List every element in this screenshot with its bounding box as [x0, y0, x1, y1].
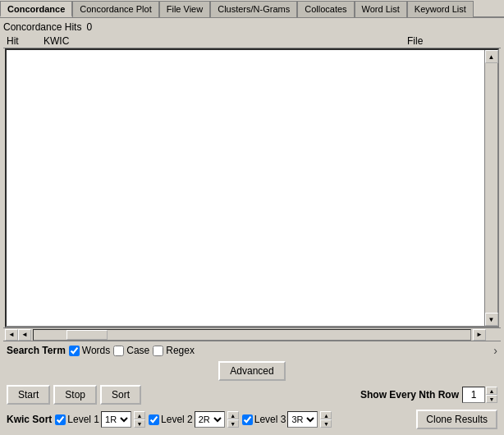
- scroll-prev-button[interactable]: ◄: [18, 329, 31, 341]
- start-button[interactable]: Start: [7, 385, 50, 405]
- search-end-icon: ›: [493, 344, 497, 357]
- level3-select[interactable]: 3R: [287, 411, 318, 428]
- scroll-down-button[interactable]: ▼: [485, 313, 498, 326]
- words-label: Words: [82, 345, 110, 356]
- results-container: ▲ ▼: [5, 48, 499, 327]
- tab-concordance-plot[interactable]: Concordance Plot: [72, 1, 158, 17]
- level3-spin-down[interactable]: ▼: [320, 419, 332, 428]
- level1-spinner: ▲ ▼: [134, 411, 145, 428]
- h-scroll-thumb[interactable]: [66, 330, 108, 340]
- concordance-hits-label: Concordance Hits: [3, 21, 81, 33]
- level1-spin-up[interactable]: ▲: [134, 411, 145, 419]
- h-scroll-track[interactable]: [33, 329, 471, 341]
- level3-checkbox[interactable]: [242, 414, 253, 425]
- scroll-up-button[interactable]: ▲: [485, 50, 498, 63]
- case-label: Case: [126, 345, 149, 356]
- regex-checkbox[interactable]: [153, 346, 163, 356]
- tab-file-view[interactable]: File View: [159, 1, 210, 17]
- clone-results-button[interactable]: Clone Results: [416, 410, 497, 429]
- regex-label: Regex: [166, 345, 195, 356]
- sort-level-1: Level 1 1R ▲ ▼: [55, 411, 145, 428]
- level3-spin-up[interactable]: ▲: [320, 411, 332, 419]
- stop-button[interactable]: Stop: [53, 385, 97, 405]
- level2-spin-down[interactable]: ▼: [227, 419, 239, 428]
- tab-keyword-list[interactable]: Keyword List: [407, 1, 474, 17]
- sort-button[interactable]: Sort: [100, 385, 141, 405]
- advanced-button[interactable]: Advanced: [218, 361, 285, 381]
- nth-row-group: Show Every Nth Row 1 ▲ ▼: [360, 387, 497, 403]
- results-content[interactable]: [7, 50, 484, 326]
- tab-word-list[interactable]: Word List: [355, 1, 407, 17]
- tab-collocates[interactable]: Collocates: [297, 1, 354, 17]
- col-header-hit: Hit: [7, 35, 44, 47]
- tab-clusters-ngrams[interactable]: Clusters/N-Grams: [210, 1, 297, 17]
- scroll-spacer: [486, 329, 499, 341]
- level2-spin-up[interactable]: ▲: [227, 411, 239, 419]
- level2-select[interactable]: 2R: [195, 411, 225, 428]
- results-inner: [7, 50, 484, 326]
- case-checkbox-group: Case: [113, 345, 149, 356]
- case-checkbox[interactable]: [113, 346, 124, 356]
- action-buttons: Start Stop Sort: [7, 385, 141, 405]
- regex-checkbox-group: Regex: [153, 345, 195, 356]
- advanced-row: Advanced: [3, 359, 501, 382]
- table-header: Hit KWIC File: [3, 34, 501, 48]
- horizontal-scrollbar-area: ◄ ◄ ►: [3, 327, 501, 341]
- tab-concordance[interactable]: Concordance: [0, 1, 72, 17]
- level1-checkbox[interactable]: [55, 414, 66, 425]
- nth-spin-down[interactable]: ▼: [486, 395, 497, 403]
- words-checkbox[interactable]: [69, 346, 80, 356]
- level1-select[interactable]: 1R: [101, 411, 131, 428]
- nth-spin-up[interactable]: ▲: [486, 387, 497, 395]
- vertical-scrollbar: ▲ ▼: [484, 50, 497, 326]
- nth-input-wrap: 1 ▲ ▼: [462, 387, 497, 403]
- concordance-hits-count: 0: [86, 21, 92, 33]
- concordance-hits-row: Concordance Hits 0: [3, 20, 501, 34]
- kwic-sort-row: Kwic Sort Level 1 1R ▲ ▼ Level 2 2R ▲ ▼: [3, 407, 501, 432]
- kwic-sort-label: Kwic Sort: [7, 414, 52, 425]
- level1-label: Level 1: [67, 414, 99, 425]
- level3-spinner: ▲ ▼: [320, 411, 332, 428]
- level2-checkbox[interactable]: [149, 414, 159, 425]
- level3-label: Level 3: [254, 414, 286, 425]
- scroll-next-button[interactable]: ►: [473, 329, 486, 341]
- nth-row-input[interactable]: 1: [462, 387, 485, 403]
- search-term-row: Search Term Words Case Regex ›: [3, 341, 501, 359]
- search-term-label: Search Term: [7, 345, 66, 356]
- tab-bar: Concordance Concordance Plot File View C…: [0, 0, 504, 18]
- col-header-kwic: KWIC: [44, 35, 407, 47]
- level2-label: Level 2: [161, 414, 193, 425]
- action-button-row: Start Stop Sort Show Every Nth Row 1 ▲ ▼: [3, 382, 501, 407]
- scroll-track[interactable]: [485, 63, 497, 313]
- sort-level-2: Level 2 2R ▲ ▼: [149, 411, 239, 428]
- level1-spin-down[interactable]: ▼: [134, 419, 145, 428]
- level2-spinner: ▲ ▼: [227, 411, 239, 428]
- sort-level-3: Level 3 3R ▲ ▼: [242, 411, 332, 428]
- words-checkbox-group: Words: [69, 345, 110, 356]
- nth-row-spinner: ▲ ▼: [486, 387, 497, 403]
- main-area: Concordance Hits 0 Hit KWIC File ▲ ▼ ◄ ◄…: [0, 18, 504, 433]
- scroll-left-button[interactable]: ◄: [5, 329, 18, 341]
- nth-row-label: Show Every Nth Row: [360, 389, 459, 401]
- col-header-file: File: [407, 35, 497, 47]
